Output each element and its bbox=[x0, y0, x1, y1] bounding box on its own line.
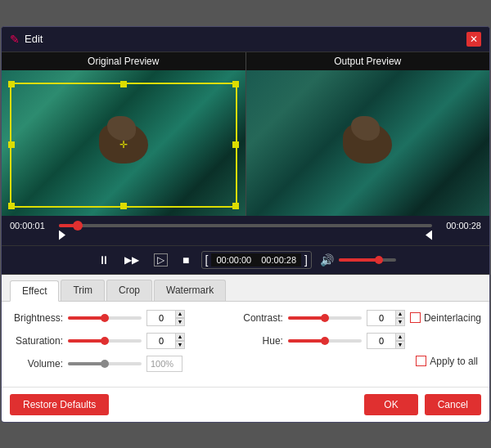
saturation-input[interactable] bbox=[146, 333, 176, 349]
crop-overlay: ✛ bbox=[10, 83, 237, 208]
step-forward-button[interactable]: ▷ bbox=[151, 252, 171, 268]
contrast-down[interactable]: ▼ bbox=[395, 318, 405, 326]
saturation-input-group: ▲ ▼ bbox=[146, 333, 185, 349]
deinterlacing-label: Deinterlacing bbox=[424, 312, 481, 324]
volume-slider[interactable] bbox=[339, 258, 396, 262]
contrast-thumb[interactable] bbox=[321, 314, 329, 322]
crop-handle-tc[interactable] bbox=[120, 81, 127, 87]
hue-fill bbox=[288, 339, 325, 343]
volume-row: Volume: 100% bbox=[10, 356, 214, 372]
hue-thumb[interactable] bbox=[321, 337, 329, 345]
hue-down[interactable]: ▼ bbox=[395, 341, 405, 349]
crop-handle-mr[interactable] bbox=[232, 141, 239, 148]
original-video-bg: ✛ bbox=[2, 70, 246, 216]
timeline-slider[interactable] bbox=[59, 224, 432, 227]
hue-input[interactable] bbox=[367, 333, 396, 349]
playback-controls: ⏸ ▶▶ ▷ ■ [ 00:00:00 00:00:28 ] 🔊 bbox=[2, 245, 489, 275]
restore-defaults-button[interactable]: Restore Defaults bbox=[10, 394, 109, 415]
contrast-up[interactable]: ▲ bbox=[395, 310, 405, 318]
saturation-spinner: ▲ ▼ bbox=[175, 333, 185, 349]
contrast-spinner: ▲ ▼ bbox=[395, 310, 405, 326]
apply-all-checkbox[interactable] bbox=[416, 356, 426, 366]
brightness-down[interactable]: ▼ bbox=[175, 318, 185, 326]
volume-effect-fill bbox=[68, 362, 105, 365]
volume-thumb[interactable] bbox=[375, 256, 383, 264]
crop-handle-bc[interactable] bbox=[120, 203, 127, 209]
volume-section: 🔊 bbox=[320, 253, 396, 267]
saturation-row: Saturation: ▲ ▼ bbox=[10, 333, 214, 349]
apply-all-row: Apply to all bbox=[230, 356, 481, 367]
contrast-label: Contrast: bbox=[230, 312, 283, 324]
crop-handle-tr[interactable] bbox=[232, 81, 239, 87]
volume-effect-thumb[interactable] bbox=[101, 360, 109, 368]
timeline-section: 00:00:01 00:00:28 bbox=[2, 216, 489, 245]
tab-watermark[interactable]: Watermark bbox=[154, 280, 226, 301]
contrast-slider[interactable] bbox=[288, 316, 362, 320]
contrast-input[interactable] bbox=[367, 310, 396, 326]
hue-up[interactable]: ▲ bbox=[395, 333, 405, 341]
play-pause-button[interactable]: ⏸ bbox=[95, 252, 113, 268]
saturation-thumb[interactable] bbox=[101, 337, 109, 345]
tab-crop[interactable]: Crop bbox=[106, 280, 152, 301]
trim-handle-left[interactable] bbox=[59, 231, 65, 240]
trim-handle-right[interactable] bbox=[426, 231, 432, 240]
crosshair-icon: ✛ bbox=[119, 139, 128, 150]
edit-icon: ✎ bbox=[10, 33, 20, 46]
hue-label: Hue: bbox=[230, 335, 283, 347]
brightness-input-group: ▲ ▼ bbox=[146, 310, 185, 326]
hue-slider[interactable] bbox=[288, 339, 362, 343]
hue-spinner: ▲ ▼ bbox=[395, 333, 405, 349]
tab-effect[interactable]: Effect bbox=[10, 280, 59, 302]
title-bar-left: ✎ Edit bbox=[10, 33, 43, 46]
contrast-row: Contrast: ▲ ▼ Deinterlacing bbox=[230, 310, 481, 326]
output-video-bg bbox=[246, 70, 490, 216]
action-buttons: OK Cancel bbox=[364, 394, 481, 415]
brightness-label: Brightness: bbox=[10, 312, 63, 324]
ok-button[interactable]: OK bbox=[364, 394, 417, 415]
brightness-input[interactable] bbox=[146, 310, 176, 326]
saturation-down[interactable]: ▼ bbox=[175, 341, 185, 349]
brightness-thumb[interactable] bbox=[101, 314, 109, 322]
volume-icon: 🔊 bbox=[320, 253, 334, 267]
saturation-label: Saturation: bbox=[10, 335, 63, 347]
crop-handle-ml[interactable] bbox=[8, 141, 15, 148]
tabs-section: Effect Trim Crop Watermark bbox=[2, 275, 489, 302]
volume-fill bbox=[339, 258, 379, 262]
deinterlacing-checkbox[interactable] bbox=[410, 312, 421, 323]
edit-dialog: ✎ Edit ✕ Original Preview bbox=[1, 26, 490, 423]
saturation-up[interactable]: ▲ bbox=[175, 333, 185, 341]
stop-button[interactable]: ■ bbox=[179, 252, 192, 268]
output-video bbox=[246, 70, 490, 216]
crop-handle-bl[interactable] bbox=[8, 203, 15, 209]
output-preview-label: Output Preview bbox=[246, 52, 490, 70]
time-end-display: 00:00:28 bbox=[256, 253, 301, 267]
deinterlacing-area: Deinterlacing bbox=[410, 312, 481, 324]
fast-forward-icon: ▶▶ bbox=[124, 254, 139, 266]
original-preview-label: Original Preview bbox=[2, 52, 246, 70]
right-effect-controls: Contrast: ▲ ▼ Deinterlacing bbox=[230, 310, 481, 379]
island-shape-right bbox=[343, 123, 392, 164]
apply-all-area: Apply to all bbox=[416, 356, 478, 367]
volume-label: Volume: bbox=[10, 358, 63, 370]
close-button[interactable]: ✕ bbox=[466, 32, 481, 47]
fast-forward-button[interactable]: ▶▶ bbox=[121, 253, 142, 267]
apply-all-label: Apply to all bbox=[430, 356, 478, 367]
saturation-slider[interactable] bbox=[68, 339, 142, 343]
saturation-fill bbox=[68, 339, 105, 343]
timeline-thumb[interactable] bbox=[73, 221, 83, 231]
crop-handle-br[interactable] bbox=[232, 203, 239, 209]
original-preview-pane: Original Preview ✛ bbox=[2, 52, 246, 216]
brightness-slider[interactable] bbox=[68, 316, 142, 320]
crop-handle-tl[interactable] bbox=[8, 81, 15, 87]
brightness-up[interactable]: ▲ bbox=[175, 310, 185, 318]
cancel-button[interactable]: Cancel bbox=[425, 394, 481, 415]
timeline-bar: 00:00:01 00:00:28 bbox=[10, 221, 481, 231]
tab-trim[interactable]: Trim bbox=[61, 280, 105, 301]
effect-panel: Brightness: ▲ ▼ Saturation bbox=[2, 302, 489, 387]
bracket-left: [ bbox=[202, 252, 212, 268]
volume-effect-slider[interactable] bbox=[68, 362, 142, 365]
hue-input-group: ▲ ▼ bbox=[367, 333, 405, 349]
left-effect-controls: Brightness: ▲ ▼ Saturation bbox=[10, 310, 214, 379]
brightness-fill bbox=[68, 316, 105, 320]
hue-row: Hue: ▲ ▼ bbox=[230, 333, 481, 349]
